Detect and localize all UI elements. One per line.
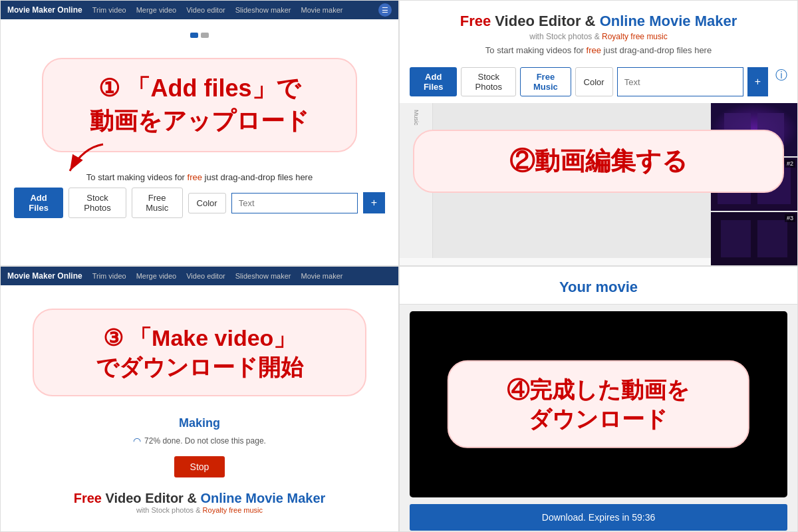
navbar-bl: Movie Maker Online Trim video Merge vide…	[1, 267, 398, 285]
nav-merge-bl[interactable]: Merge video	[136, 272, 177, 280]
nav-icon-tl[interactable]: ☰	[378, 3, 392, 17]
callout-num-4: ④	[507, 377, 529, 402]
info-icon-tr[interactable]: ⓘ	[775, 67, 787, 96]
navbar-tl: Movie Maker Online Trim video Merge vide…	[1, 1, 398, 19]
toolbar-tr: Add Files Stock Photos Free Music Color …	[400, 67, 797, 103]
video-player[interactable]: ④完成した動画を ダウンロード	[410, 311, 787, 497]
tr-desc: To start making videos for free just dra…	[406, 45, 791, 55]
callout-upload: ① 「Add files」で 動画をアップロード	[42, 58, 357, 152]
callout-text-make: ③ 「Make video」 でダウンロード開始	[61, 323, 338, 382]
stop-button[interactable]: Stop	[174, 456, 225, 477]
callout-line1-3: 「Make video」	[129, 325, 296, 350]
video-inner: ④完成した動画を ダウンロード	[410, 311, 787, 497]
nav-slideshow-tl[interactable]: Slideshow maker	[235, 6, 291, 14]
making-progress: ◠ 72% done. Do not close this page.	[133, 436, 266, 446]
callout-text-download: ④完成した動画を ダウンロード	[469, 375, 728, 434]
brand-logo-tl: Movie Maker Online	[7, 5, 82, 15]
tr-title-online: Online Movie Maker	[600, 13, 737, 29]
thumb-num-3: #3	[785, 214, 795, 222]
plus-button-tl[interactable]: +	[363, 192, 385, 213]
stock-photos-button-tl[interactable]: Stock Photos	[68, 188, 126, 218]
nav-trim-bl[interactable]: Trim video	[92, 272, 126, 280]
nav-editor-bl[interactable]: Video editor	[186, 272, 225, 280]
svg-rect-8	[721, 220, 751, 257]
text-input-tr[interactable]	[617, 67, 743, 96]
nav-editor-tl[interactable]: Video editor	[186, 6, 225, 14]
nav-merge-tl[interactable]: Merge video	[136, 6, 177, 14]
callout-text-2: 動画編集する	[535, 147, 688, 175]
toolbar-tl: Add Files Stock Photos Free Music Color …	[14, 188, 385, 218]
color-button-tl[interactable]: Color	[188, 193, 226, 213]
bl-footer-sub: with Stock photos & Royalty free music	[74, 506, 326, 514]
tr-royalty: Royalty free music	[602, 32, 668, 41]
bl-footer: Free Video Editor & Online Movie Maker w…	[74, 491, 326, 514]
download-button[interactable]: Download. Expires in 59:36	[410, 504, 787, 531]
thumb-3[interactable]: #3	[711, 212, 797, 265]
nav-movie-tl[interactable]: Movie maker	[301, 6, 342, 14]
nav-trim-tl[interactable]: Trim video	[92, 6, 126, 14]
panel-editor: Free Video Editor & Online Movie Maker w…	[399, 0, 798, 266]
tr-header: Free Video Editor & Online Movie Maker w…	[400, 1, 797, 67]
free-link-tl: free	[188, 172, 202, 182]
stock-photos-button-tr[interactable]: Stock Photos	[461, 67, 516, 96]
callout-text-upload: ① 「Add files」で 動画をアップロード	[63, 72, 336, 138]
add-files-button-tl[interactable]: Add Files	[14, 188, 63, 218]
color-button-tr[interactable]: Color	[575, 67, 613, 96]
nav-slideshow-bl[interactable]: Slideshow maker	[235, 272, 291, 280]
br-title: Your movie	[400, 267, 797, 305]
callout-line2-4: ダウンロード	[529, 406, 668, 432]
tr-free-link: free	[587, 45, 601, 55]
nav-movie-bl[interactable]: Movie maker	[301, 272, 342, 280]
plus-button-tr[interactable]: +	[747, 67, 768, 96]
sidebar-music-label: Music	[413, 110, 420, 126]
free-music-button-tl[interactable]: Free Music	[132, 188, 183, 218]
callout-line1-4: 完成した動画を	[529, 377, 690, 402]
progress-spinner-icon: ◠	[133, 436, 141, 446]
callout-editor: ②動画編集する	[413, 130, 784, 193]
editor-area-tr: ②動画編集する Music 🔍 ▶	[400, 103, 797, 258]
text-input-tl[interactable]	[231, 193, 358, 213]
free-music-button-tr[interactable]: Free Music	[520, 67, 571, 96]
instruction-text-tl: To start making videos for free just dra…	[86, 172, 313, 182]
callout-arrow-1	[63, 141, 110, 174]
bl-content: ③ 「Make video」 でダウンロード開始 Making ◠ 72% do…	[1, 285, 398, 527]
callout-num-3: ③	[103, 325, 123, 350]
bl-footer-royalty: Royalty free music	[203, 506, 263, 514]
panel-make-video: Movie Maker Online Trim video Merge vide…	[0, 266, 399, 532]
thumb-num-2: #2	[785, 160, 795, 168]
callout-num-1: ①	[98, 74, 120, 102]
callout-text-editor: ②動画編集する	[434, 144, 763, 178]
bl-footer-online: Online Movie Maker	[200, 491, 325, 505]
panel-download: Your movie ④完成した動画を ダウンロード Download. Exp…	[399, 266, 798, 532]
panel-upload: Movie Maker Online Trim video Merge vide…	[0, 0, 399, 266]
callout-line1-1: 「Add files」で	[126, 74, 300, 102]
progress-text: 72% done. Do not close this page.	[144, 436, 266, 446]
tr-subtitle: with Stock photos & Royalty free music	[406, 32, 791, 41]
tr-title-rest: Video Editor &	[491, 13, 599, 29]
svg-rect-9	[757, 220, 787, 257]
callout-download: ④完成した動画を ダウンロード	[448, 360, 749, 448]
add-files-button-tr[interactable]: Add Files	[410, 67, 457, 96]
tr-title-free: Free	[460, 13, 491, 29]
callout-line2-3: でダウンロード開始	[96, 354, 303, 380]
tl-content: ① 「Add files」で 動画をアップロード To start making…	[1, 19, 398, 231]
callout-line2-1: 動画をアップロード	[90, 107, 309, 134]
tr-main-title: Free Video Editor & Online Movie Maker	[406, 13, 791, 30]
callout-make: ③ 「Make video」 でダウンロード開始	[33, 309, 366, 396]
bl-footer-title: Free Video Editor & Online Movie Maker	[74, 491, 326, 506]
brand-logo-bl: Movie Maker Online	[7, 271, 82, 281]
bl-footer-free: Free	[74, 491, 102, 505]
making-title: Making	[179, 416, 220, 430]
callout-num-2: ②	[509, 147, 535, 175]
bl-footer-rest: Video Editor &	[102, 491, 201, 505]
